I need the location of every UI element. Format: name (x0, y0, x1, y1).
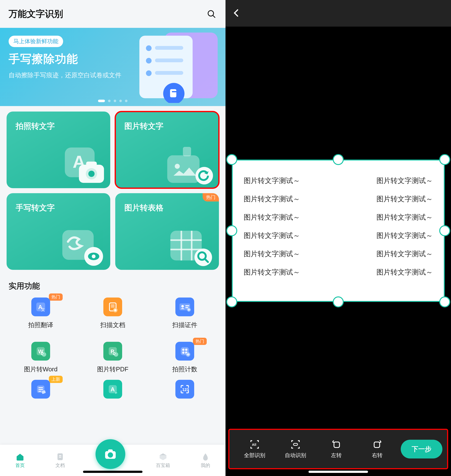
nav-camera-button[interactable] (95, 439, 125, 469)
feature-photo-count[interactable]: 热门 拍照计数 (149, 342, 221, 373)
crop-text: 图片转文字测试～ (244, 171, 300, 190)
hot-badge: 热门 (193, 338, 207, 345)
back-button[interactable] (232, 8, 241, 18)
crop-screen: 图片转文字测试～图片转文字测试～ 图片转文字测试～图片转文字测试～ 图片转文字测… (226, 0, 451, 476)
banner-pill: 马上体验新鲜功能 (9, 36, 63, 47)
crop-text: 图片转文字测试～ (244, 263, 300, 281)
nav-label: 我的 (201, 462, 210, 469)
svg-rect-19 (183, 147, 191, 156)
svg-point-41 (114, 309, 116, 311)
tile-label: 手写转文字 (16, 202, 110, 213)
tool-recognize-auto[interactable]: 自动识别 (275, 439, 316, 459)
tool-recognize-all[interactable]: All 全部识别 (234, 439, 275, 459)
tool-label: 自动识别 (285, 452, 306, 459)
tool-rotate-right[interactable]: 右转 (357, 439, 398, 459)
svg-point-56 (182, 352, 184, 354)
dot[interactable] (125, 100, 127, 102)
feature-label: 拍照翻译 (28, 321, 53, 329)
scan-doc-icon (103, 298, 122, 316)
tile-camera-to-text[interactable]: 拍照转文字 A (6, 111, 110, 188)
svg-rect-44 (185, 305, 189, 306)
app-title: 万能文字识别 (9, 8, 63, 20)
nav-home[interactable]: 首页 (15, 452, 25, 469)
home-screen: 万能文字识别 马上体验新鲜功能 手写擦除功能 自动擦除手写痕迹，还原空白试卷或文… (0, 0, 226, 476)
feature-handwrite-erase[interactable]: 上新 手写擦除 (5, 380, 77, 402)
tile-label: 拍照转文字 (16, 121, 110, 131)
svg-rect-11 (170, 89, 176, 97)
svg-point-17 (88, 171, 94, 177)
crop-handle-ml[interactable] (226, 225, 237, 236)
crop-handle-tr[interactable] (439, 154, 450, 165)
feature-photo-translate[interactable]: 热门 A文 拍照翻译 (5, 298, 77, 329)
feature-recognize-text[interactable]: A 识别文本 (77, 380, 149, 402)
main-tiles: 拍照转文字 A 图片转文字 手写转文字 (0, 106, 226, 270)
nav-mine[interactable]: 我的 (201, 452, 210, 469)
feature-img-to-word[interactable]: W 图片转Word (5, 342, 77, 373)
feature-recognize-number[interactable]: 123 识别数字 (149, 380, 221, 402)
svg-point-31 (194, 249, 212, 266)
tile-image-to-table[interactable]: 热门 图片转表格 (115, 193, 219, 270)
crop-handle-tc[interactable] (333, 154, 344, 165)
feature-label: 拍照计数 (172, 365, 197, 373)
tile-label: 图片转文字 (124, 121, 219, 131)
search-button[interactable] (206, 8, 217, 19)
nav-toolbox[interactable]: 百宝箱 (156, 452, 170, 469)
svg-point-4 (146, 45, 152, 51)
box-icon (158, 452, 168, 461)
tool-label: 全部识别 (244, 452, 265, 459)
svg-point-25 (92, 255, 95, 258)
svg-point-8 (146, 70, 152, 76)
camera-icon (103, 447, 118, 461)
feature-scan-id[interactable]: 扫描证件 (149, 298, 221, 329)
crop-handle-bl[interactable] (226, 296, 237, 307)
crop-header (226, 0, 451, 27)
crop-text: 图片转文字测试～ (244, 208, 300, 226)
image-table-icon (167, 228, 214, 267)
svg-rect-72 (108, 449, 113, 452)
feature-label: 图片转PDF (97, 365, 128, 373)
svg-point-43 (181, 305, 184, 308)
crop-text: 图片转文字测试～ (376, 208, 433, 226)
svg-text:123: 123 (182, 387, 189, 392)
crop-handle-mr[interactable] (439, 225, 450, 236)
tile-image-to-text[interactable]: 图片转文字 (115, 111, 219, 188)
crop-toolbar: All 全部识别 自动识别 左转 右转 下一步 (229, 430, 447, 468)
dot[interactable] (119, 100, 122, 102)
svg-text:A: A (111, 386, 115, 393)
banner-illustration-icon (127, 31, 221, 103)
nav-docs[interactable]: 文档 (56, 452, 65, 469)
id-card-icon (175, 298, 194, 316)
crop-handle-bc[interactable] (333, 296, 344, 307)
svg-line-1 (213, 15, 215, 18)
crop-text: 图片转文字测试～ (244, 245, 300, 263)
crop-area[interactable]: 图片转文字测试～图片转文字测试～ 图片转文字测试～图片转文字测试～ 图片转文字测… (232, 159, 445, 302)
feature-scan-doc[interactable]: 扫描文档 (77, 298, 149, 329)
water-drop-icon (201, 452, 210, 461)
document-icon (56, 452, 65, 461)
tool-rotate-left[interactable]: 左转 (316, 439, 357, 459)
dot-active[interactable] (98, 100, 105, 102)
promo-banner[interactable]: 马上体验新鲜功能 手写擦除功能 自动擦除手写痕迹，还原空白试卷或文件 (0, 28, 226, 106)
feature-img-to-pdf[interactable]: P 图片转PDF (77, 342, 149, 373)
crop-text: 图片转文字测试～ (376, 245, 433, 263)
word-icon: W (31, 342, 50, 360)
svg-rect-75 (293, 443, 297, 445)
next-button[interactable]: 下一步 (401, 440, 442, 458)
svg-point-6 (146, 58, 152, 63)
feature-label: 扫描文档 (100, 321, 125, 329)
tile-handwrite-to-text[interactable]: 手写转文字 (6, 193, 110, 270)
tile-label: 图片转表格 (124, 202, 219, 213)
svg-rect-18 (86, 162, 97, 167)
dot[interactable] (108, 100, 111, 102)
crop-handle-br[interactable] (439, 296, 450, 307)
carousel-dots (98, 100, 127, 102)
erase-icon (31, 380, 50, 399)
tool-label: 左转 (331, 452, 342, 459)
crop-handle-tl[interactable] (226, 154, 237, 165)
home-icon (15, 452, 25, 461)
crop-text: 图片转文字测试～ (376, 190, 433, 208)
dot[interactable] (114, 100, 116, 102)
crop-text: 图片转文字测试～ (376, 171, 433, 190)
svg-text:文: 文 (41, 307, 45, 312)
crop-preview[interactable]: 图片转文字测试～图片转文字测试～ 图片转文字测试～图片转文字测试～ 图片转文字测… (232, 159, 445, 302)
